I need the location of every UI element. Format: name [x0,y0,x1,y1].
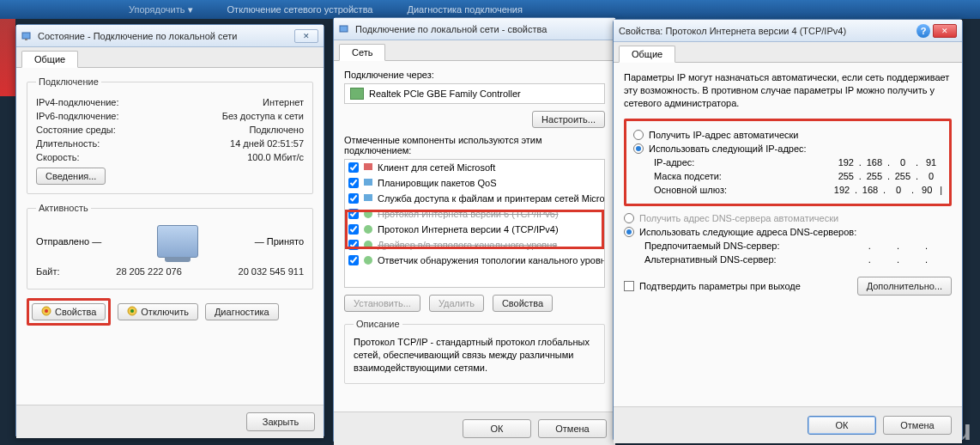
activity-group: Активность Отправлено — — Принято Байт: … [27,203,313,290]
value: Подключено [249,125,304,135]
list-item[interactable]: Служба доступа к файлам и принтерам сете… [345,191,604,206]
gateway-label: Основной шлюз: [654,185,727,195]
blurb-text: Параметры IP могут назначаться автоматич… [624,71,952,110]
label: Длительность: [36,138,100,149]
value: 14 дней 02:51:57 [230,138,304,149]
radio-auto-ip[interactable]: Получить IP-адрес автоматически [633,130,942,140]
list-item[interactable]: Клиент для сетей Microsoft [345,160,604,175]
details-button[interactable]: Сведения... [36,168,106,185]
checkbox[interactable] [348,240,359,250]
left-fragment [0,19,15,96]
close-icon[interactable]: ✕ [294,29,318,43]
radio-auto-dns: Получить адрес DNS-сервера автоматически [624,213,952,223]
adapter-box: Realtek PCle GBE Family Controller [344,83,605,104]
radio-manual-dns[interactable]: Использовать следующие адреса DNS-сервер… [624,227,952,237]
description-text: Протокол TCP/IP - стандартный протокол г… [354,336,596,375]
ip-label: IP-адрес: [654,157,694,168]
radio-icon [624,213,634,223]
tab-general[interactable]: Общие [619,46,675,63]
protocol-icon [362,208,374,220]
network-icon [21,30,33,42]
service-icon [362,177,374,189]
mask-field[interactable]: 255.255.255.0 [814,171,942,181]
bytes-sent: 28 205 222 076 [60,266,239,277]
svg-point-3 [45,309,48,313]
network-icon [339,23,351,35]
status-dialog: Состояние - Подключение по локальной сет… [15,24,324,436]
svg-rect-1 [25,39,27,40]
list-item[interactable]: Драйвер в/в тополога канального уровня [345,237,604,253]
label: Состояние среды: [36,125,116,135]
close-icon[interactable]: ✕ [933,24,957,38]
tab-general[interactable]: Общие [21,51,78,68]
list-item[interactable]: Ответчик обнаружения топологии канальног… [345,253,604,268]
checkbox[interactable] [348,178,359,188]
connect-through-label: Подключение через: [344,70,605,80]
titlebar[interactable]: Состояние - Подключение по локальной сет… [16,25,324,47]
title-text: Свойства: Протокол Интернета версии 4 (T… [619,26,913,36]
dns2-field[interactable]: ... [823,254,952,265]
item-label: Клиент для сетей Microsoft [378,162,495,173]
value: 100.0 Мбит/с [247,152,304,162]
tabbar: Общие [16,47,324,68]
dialog-footer: ОК Отмена [614,406,962,443]
dns1-field[interactable]: ... [823,241,952,251]
checkbox[interactable] [348,255,359,265]
checkbox[interactable] [348,162,359,173]
radio-icon [624,227,634,237]
activity-icon [157,225,198,258]
protocol-icon [362,239,374,251]
configure-button[interactable]: Настроить... [532,111,605,128]
properties-button[interactable]: Свойства [493,295,553,312]
svg-point-12 [364,241,372,249]
highlight-ring: Свойства [27,298,111,326]
description-group: Описание Протокол TCP/IP - стандартный п… [344,319,605,384]
item-label: Планировщик пакетов QoS [378,178,497,188]
components-list[interactable]: Клиент для сетей Microsoft Планировщик п… [344,159,605,288]
radio-label: Использовать следующие адреса DNS-сервер… [639,227,856,237]
list-item[interactable]: Протокол Интернета версии 6 (TCP/IPv6) [345,206,604,222]
disable-button[interactable]: Отключить [118,303,198,320]
svg-rect-7 [364,163,372,170]
titlebar[interactable]: Свойства: Протокол Интернета версии 4 (T… [614,20,962,42]
item-label: Протокол Интернета версии 6 (TCP/IPv6) [378,209,559,219]
svg-point-5 [130,309,134,313]
install-button[interactable]: Установить... [344,295,420,312]
list-item[interactable]: Планировщик пакетов QoS [345,175,604,191]
remove-button[interactable]: Удалить [429,295,484,312]
adapter-icon [350,88,364,100]
ok-button[interactable]: ОК [463,419,531,438]
mask-label: Маска подсети: [654,171,722,181]
toolbar-item[interactable]: Упорядочить ▾ [129,4,193,15]
dns2-label: Альтернативный DNS-сервер: [644,254,777,265]
cancel-button[interactable]: Отмена [538,419,607,438]
list-item-tcpipv4[interactable]: Протокол Интернета версии 4 (TCP/IPv4) [345,222,604,237]
bytes-recv: 20 032 545 911 [239,266,304,277]
properties-button[interactable]: Свойства [32,303,106,320]
group-legend: Подключение [36,76,101,87]
validate-checkbox[interactable]: Подтвердить параметры при выходе [624,281,801,291]
advanced-button[interactable]: Дополнительно... [857,277,952,296]
title-text: Состояние - Подключение по локальной сет… [38,31,292,41]
close-button[interactable]: Закрыть [246,412,315,431]
radio-manual-ip[interactable]: Использовать следующий IP-адрес: [633,143,942,154]
highlight-ring: Получить IP-адрес автоматически Использо… [624,119,952,206]
checkbox[interactable] [348,224,359,235]
radio-icon [633,143,644,154]
checkbox[interactable] [348,193,359,204]
dns1-label: Предпочитаемый DNS-сервер: [644,241,779,251]
diagnose-button[interactable]: Диагностика [205,303,279,320]
radio-label: Получить IP-адрес автоматически [649,130,798,140]
titlebar[interactable]: Подключение по локальной сети - свойства [334,18,615,40]
checkbox[interactable] [348,209,359,219]
help-icon[interactable]: ? [916,24,930,38]
checkbox-label: Подтвердить параметры при выходе [639,281,801,291]
ok-button[interactable]: ОК [808,416,876,435]
radio-icon [633,130,644,140]
toolbar-item[interactable]: Отключение сетевого устройства [227,4,373,15]
ip-field[interactable]: 192.168.0.91 [814,157,942,168]
tab-network[interactable]: Сеть [339,44,385,61]
toolbar-item[interactable]: Диагностика подключения [407,4,522,15]
gateway-field[interactable]: 192.168.0.90| [814,185,942,195]
cancel-button[interactable]: Отмена [883,416,952,435]
